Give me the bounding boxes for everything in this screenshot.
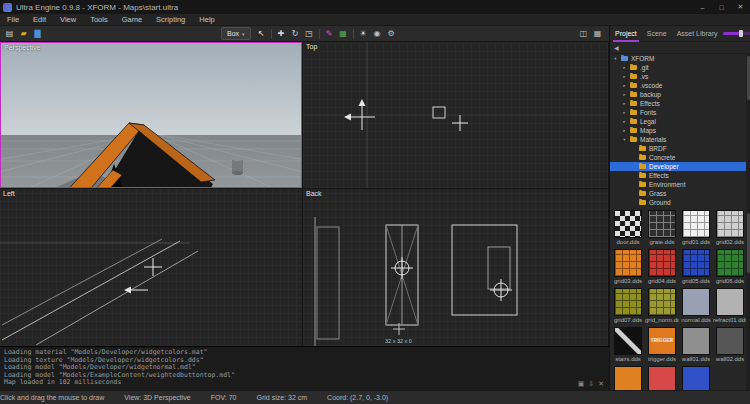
select-cursor-icon[interactable]: ↖ <box>255 27 268 40</box>
material-item[interactable] <box>611 366 645 390</box>
back-wireframe: 32 x 32 x 0 <box>303 189 608 346</box>
tree-item-legal[interactable]: ▸ Legal <box>610 117 746 126</box>
viewport-back[interactable]: Back <box>303 189 608 346</box>
scale-icon[interactable]: ◳ <box>303 27 316 40</box>
thumbnail-size-slider[interactable] <box>723 32 750 35</box>
grid05.dds[interactable]: grid05.dds <box>679 249 713 285</box>
rotate-icon[interactable]: ↻ <box>289 27 302 40</box>
grid_norm.dds[interactable]: grid_norm.dds <box>645 288 679 324</box>
project-tree: ▾ XFORM ▸ .git ▸ <box>610 54 746 207</box>
folder-icon <box>639 155 646 160</box>
layout-quad-icon[interactable]: ▦ <box>591 27 604 40</box>
caret-icon: ▸ <box>622 119 627 124</box>
scrollbar-thumb[interactable] <box>747 213 750 273</box>
tree-item-environment[interactable]: Environment <box>610 180 746 189</box>
material-item[interactable] <box>679 366 713 390</box>
tab-asset-library[interactable]: Asset Library <box>672 26 723 42</box>
tree-item-backup[interactable]: ▸ backup <box>610 90 746 99</box>
camera-icon[interactable]: ◉ <box>371 27 384 40</box>
grate.dds[interactable]: grate.dds <box>645 210 679 246</box>
door.dds[interactable]: door.dds <box>611 210 645 246</box>
wall01.dds[interactable]: wall01.dds <box>679 327 713 363</box>
light-icon[interactable]: ☀ <box>357 27 370 40</box>
material-thumbnail <box>716 210 744 238</box>
tree-item--vscode[interactable]: ▸ .vscode <box>610 81 746 90</box>
console-log: Loading material "Models/Developer/widge… <box>4 349 605 387</box>
translate-icon[interactable]: ✚ <box>275 27 288 40</box>
menu-item-tools[interactable]: Tools <box>83 14 115 26</box>
scroll-lock-icon[interactable]: ⇩ <box>588 380 594 388</box>
paint-icon[interactable]: ✎ <box>323 27 336 40</box>
new-file-icon[interactable]: ▤ <box>3 27 16 40</box>
menu-bar: FileEditViewToolsGameScriptingHelp <box>0 14 750 26</box>
tree-item-materials[interactable]: ▾ Materials <box>610 135 746 144</box>
close-button[interactable]: ✕ <box>731 0 750 14</box>
viewport-top[interactable]: Top <box>303 42 608 188</box>
tree-item--vs[interactable]: ▸ .vs <box>610 72 746 81</box>
tab-project[interactable]: Project <box>610 26 642 42</box>
minimize-button[interactable]: – <box>693 0 712 14</box>
material-name: grid_norm.dds <box>645 316 679 324</box>
tree-item-grass[interactable]: Grass <box>610 189 746 198</box>
tree-scrollbar[interactable] <box>746 54 750 207</box>
material-thumbnail <box>614 288 642 316</box>
grid03.dds[interactable]: grid03.dds <box>611 249 645 285</box>
material-item[interactable] <box>645 366 679 390</box>
caret-icon: ▸ <box>622 110 627 115</box>
scrollbar-thumb[interactable] <box>747 56 750 100</box>
viewport-left[interactable]: Left <box>0 189 302 346</box>
settings-icon[interactable]: ⚙ <box>385 27 398 40</box>
tree-item--git[interactable]: ▸ .git <box>610 63 746 72</box>
tree-item-concrete[interactable]: Concrete <box>610 153 746 162</box>
grid07.dds[interactable]: grid07.dds <box>611 288 645 324</box>
grid04.dds[interactable]: grid04.dds <box>645 249 679 285</box>
tree-item-brdf[interactable]: BRDF <box>610 144 746 153</box>
wall02.dds[interactable]: wall02.dds <box>713 327 747 363</box>
clear-log-icon[interactable]: ✕ <box>598 380 604 388</box>
refract01.dds[interactable]: refract01.dds <box>713 288 747 324</box>
chevron-down-icon: ▾ <box>242 31 245 37</box>
tree-item-effects[interactable]: Effects <box>610 171 746 180</box>
toolbar-separator <box>271 29 272 39</box>
menu-item-game[interactable]: Game <box>115 14 149 26</box>
folder-icon <box>639 146 646 151</box>
layout-single-icon[interactable]: ◫ <box>577 27 590 40</box>
top-wireframe <box>303 42 608 188</box>
menu-item-scripting[interactable]: Scripting <box>149 14 192 26</box>
grid01.dds[interactable]: grid01.dds <box>679 210 713 246</box>
viewport-perspective[interactable]: Perspective <box>0 42 302 188</box>
normal.dds[interactable]: normal.dds <box>679 288 713 324</box>
tree-item-developer[interactable]: Developer <box>610 162 746 171</box>
tree-item-xform[interactable]: ▾ XFORM <box>610 54 746 63</box>
material-thumbnail <box>682 210 710 238</box>
tree-item-label: .vscode <box>640 82 662 89</box>
folder-icon <box>630 128 637 133</box>
save-icon[interactable]: ▇ <box>31 27 44 40</box>
copy-log-icon[interactable]: ▣ <box>578 380 585 388</box>
tree-item-fonts[interactable]: ▸ Fonts <box>610 108 746 117</box>
status-item-coord-2-7-0-3-0-: Coord: (2.7, 0, -3.0) <box>327 394 388 401</box>
tab-scene[interactable]: Scene <box>642 26 672 42</box>
caret-icon: ▾ <box>622 137 627 142</box>
slider-knob[interactable] <box>739 30 743 37</box>
maximize-button[interactable]: □ <box>712 0 731 14</box>
back-arrow-icon[interactable]: ◀ <box>614 44 619 51</box>
menu-item-view[interactable]: View <box>53 14 83 26</box>
stairs.dds[interactable]: stairs.dds <box>611 327 645 363</box>
menu-item-help[interactable]: Help <box>192 14 221 26</box>
menu-item-file[interactable]: File <box>0 14 26 26</box>
folder-icon <box>630 119 637 124</box>
panel-tabs: ProjectSceneAsset Library <box>610 26 723 42</box>
trigger.dds[interactable]: TRIGGER trigger.dds <box>645 327 679 363</box>
grid02.dds[interactable]: grid02.dds <box>713 210 747 246</box>
material-icon[interactable]: ▦ <box>337 27 350 40</box>
tree-item-ground[interactable]: Ground <box>610 198 746 207</box>
primitive-box-dropdown[interactable]: Box ▾ <box>221 27 251 40</box>
materials-scrollbar[interactable] <box>746 207 750 390</box>
grid06.dds[interactable]: grid06.dds <box>713 249 747 285</box>
status-bar: Click and drag the mouse to drawView: 3D… <box>0 390 750 404</box>
open-folder-icon[interactable]: ▰ <box>17 27 30 40</box>
menu-item-edit[interactable]: Edit <box>26 14 53 26</box>
tree-item-effects[interactable]: ▸ Effects <box>610 99 746 108</box>
tree-item-maps[interactable]: ▸ Maps <box>610 126 746 135</box>
